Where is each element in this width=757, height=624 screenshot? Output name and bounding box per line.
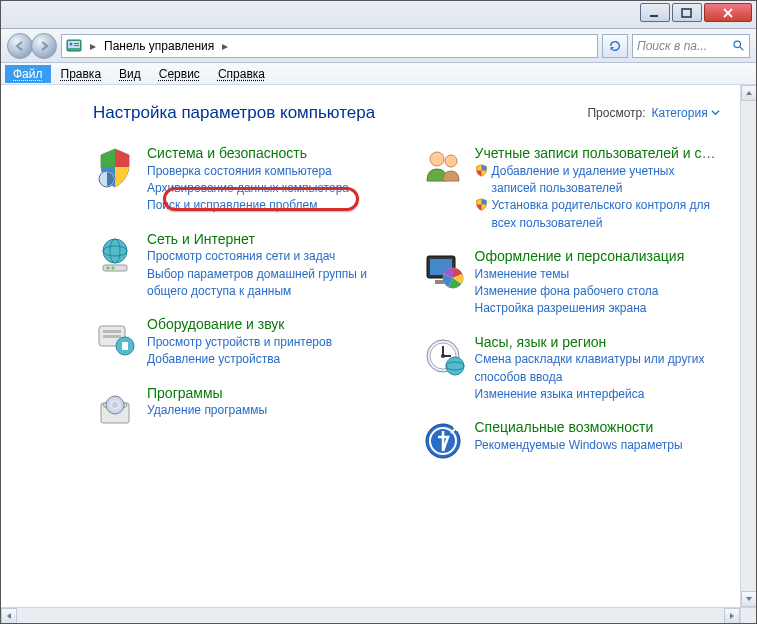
category-icon [421, 334, 465, 378]
category-sublink[interactable]: Настройка разрешения экрана [475, 300, 721, 317]
close-button[interactable] [704, 3, 752, 22]
scrollbar-corner [740, 607, 756, 623]
search-placeholder: Поиск в па... [637, 39, 707, 53]
category-sublink[interactable]: Просмотр состояния сети и задач [147, 248, 393, 265]
category: Оформление и персонализацияИзменение тем… [421, 248, 721, 318]
svg-rect-16 [103, 330, 121, 333]
category-icon [421, 419, 465, 463]
page-title: Настройка параметров компьютера [93, 103, 375, 123]
category-icon [421, 248, 465, 292]
refresh-button[interactable] [602, 34, 628, 58]
category-icon [93, 316, 137, 360]
category: Часы, язык и регионСмена раскладки клави… [421, 334, 721, 404]
menu-edit[interactable]: Правка [53, 65, 110, 83]
address-bar[interactable]: ▸ Панель управления ▸ [61, 34, 598, 58]
svg-rect-0 [650, 15, 658, 17]
minimize-button[interactable] [640, 3, 670, 22]
view-by-dropdown[interactable]: Категория [652, 106, 720, 120]
category-title[interactable]: Учетные записи пользователей и семейн… [475, 145, 721, 163]
search-input[interactable]: Поиск в па... [632, 34, 750, 58]
menu-tools[interactable]: Сервис [151, 65, 208, 83]
category-sublink[interactable]: Поиск и исправление проблем [147, 197, 393, 214]
category: Оборудование и звукПросмотр устройств и … [93, 316, 393, 368]
category: Сеть и ИнтернетПросмотр состояния сети и… [93, 231, 393, 301]
breadcrumb-item[interactable]: Панель управления [104, 39, 214, 53]
scroll-left-button[interactable] [1, 608, 17, 624]
menu-help[interactable]: Справка [210, 65, 273, 83]
svg-rect-1 [682, 9, 691, 17]
category-title[interactable]: Оборудование и звук [147, 316, 393, 334]
category-icon [421, 145, 465, 189]
category-sublink[interactable]: Установка родительского контроля для все… [475, 197, 721, 232]
breadcrumb-separator: ▸ [220, 39, 230, 53]
svg-point-23 [112, 402, 118, 408]
category-title[interactable]: Часы, язык и регион [475, 334, 721, 352]
category-sublink[interactable]: Изменение языка интерфейса [475, 386, 721, 403]
control-panel-icon [66, 38, 82, 54]
category-sublink[interactable]: Удаление программы [147, 402, 393, 419]
svg-point-32 [441, 354, 445, 358]
view-by: Просмотр: Категория [587, 106, 720, 120]
category-icon [93, 231, 137, 275]
navigation-bar: ▸ Панель управления ▸ Поиск в па... [1, 29, 756, 63]
titlebar [1, 1, 756, 29]
menu-file[interactable]: Файл [5, 65, 51, 83]
category-sublink[interactable]: Архивирование данных компьютера [147, 180, 393, 197]
search-icon [732, 39, 745, 52]
svg-point-24 [430, 152, 444, 166]
category-sublink[interactable]: Выбор параметров домашней группы и общег… [147, 266, 393, 301]
svg-rect-5 [74, 43, 79, 44]
vertical-scrollbar[interactable] [740, 85, 756, 607]
category: Специальные возможностиРекомендуемые Win… [421, 419, 721, 463]
menu-bar: Файл Правка Вид Сервис Справка [1, 63, 756, 85]
back-button[interactable] [7, 33, 33, 59]
category-title[interactable]: Специальные возможности [475, 419, 721, 437]
category-title[interactable]: Оформление и персонализация [475, 248, 721, 266]
svg-point-7 [734, 41, 741, 48]
menu-view[interactable]: Вид [111, 65, 149, 83]
category: Система и безопасностьПроверка состояния… [93, 145, 393, 215]
category-sublink[interactable]: Добавление и удаление учетных записей по… [475, 163, 721, 198]
svg-point-13 [107, 266, 110, 269]
svg-point-33 [446, 357, 464, 375]
maximize-button[interactable] [672, 3, 702, 22]
category-title[interactable]: Программы [147, 385, 393, 403]
svg-rect-19 [122, 342, 128, 350]
svg-point-4 [70, 42, 73, 45]
category: ПрограммыУдаление программы [93, 385, 393, 429]
scroll-up-button[interactable] [741, 85, 757, 101]
forward-button[interactable] [31, 33, 57, 59]
category-sublink[interactable]: Проверка состояния компьютера [147, 163, 393, 180]
svg-point-25 [445, 155, 457, 167]
category-title[interactable]: Сеть и Интернет [147, 231, 393, 249]
category-icon [93, 385, 137, 429]
category-sublink[interactable]: Добавление устройства [147, 351, 393, 368]
category-sublink[interactable]: Рекомендуемые Windows параметры [475, 437, 721, 454]
svg-point-14 [112, 266, 115, 269]
category: Учетные записи пользователей и семейн…До… [421, 145, 721, 232]
category-sublink[interactable]: Изменение фона рабочего стола [475, 283, 721, 300]
scroll-right-button[interactable] [724, 608, 740, 624]
scroll-down-button[interactable] [741, 591, 757, 607]
svg-point-9 [103, 239, 127, 263]
category-sublink[interactable]: Просмотр устройств и принтеров [147, 334, 393, 351]
svg-rect-6 [74, 45, 79, 46]
category-icon [93, 145, 137, 189]
category-title[interactable]: Система и безопасность [147, 145, 393, 163]
svg-rect-17 [103, 335, 121, 338]
category-sublink[interactable]: Смена раскладки клавиатуры или других сп… [475, 351, 721, 386]
category-sublink[interactable]: Изменение темы [475, 266, 721, 283]
breadcrumb-separator: ▸ [88, 39, 98, 53]
horizontal-scrollbar[interactable] [1, 607, 740, 623]
